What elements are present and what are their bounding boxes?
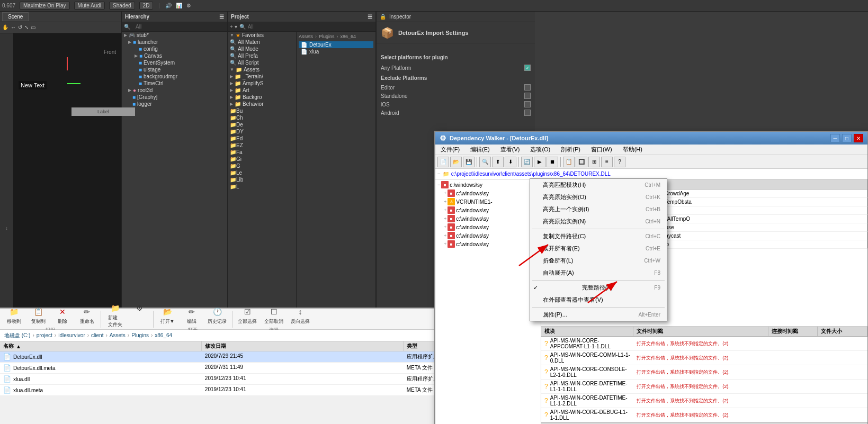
menu-help[interactable]: 帮助(H) [620, 145, 646, 155]
hierarchy-item-stub[interactable]: ▶ 🎮 stub* [122, 32, 227, 39]
path-idlesurvivor[interactable]: idlesurvivor [58, 332, 85, 338]
dw-tb-btn10[interactable]: ⊞ [588, 157, 600, 167]
project-search-input[interactable] [248, 24, 373, 30]
project-ez[interactable]: 📁 EZ [228, 142, 296, 149]
dw-tree-item-7[interactable]: + ■ c:\windows\sy [436, 240, 540, 248]
maximize-on-play-btn[interactable]: Maximize On Play [20, 2, 70, 10]
project-fa[interactable]: 📁 Fa [228, 149, 296, 156]
move-tool-icon[interactable]: ↔ [11, 24, 16, 30]
dw-tree-item-2[interactable]: + ⚠ VCRUNTIME1- [436, 197, 540, 206]
properties-btn[interactable]: ⚙ 重命名 [128, 301, 151, 329]
dw-tb-btn9[interactable]: 🔲 [576, 157, 587, 167]
ctx-highlight-original[interactable]: 高亮原始实例(O) Ctrl+K [530, 191, 667, 203]
tab-scene[interactable]: Scene [2, 12, 29, 21]
path-project[interactable]: project [37, 332, 52, 338]
menu-window[interactable]: 窗口(W) [588, 145, 615, 155]
ctx-view-external[interactable]: 在外部查看器中查看(V) [530, 294, 667, 306]
android-checkbox[interactable] [524, 110, 531, 116]
move-to-btn[interactable]: 📁 移动到 [2, 305, 25, 326]
project-gi[interactable]: 📁 Gi [228, 156, 296, 163]
project-backgro[interactable]: ▶ 📁 Backgro [228, 94, 296, 101]
col-date[interactable]: 修改日期 [202, 341, 404, 351]
project-g[interactable]: 📁 G [228, 163, 296, 169]
hierarchy-item-graphy[interactable]: ■ [Graphy] [122, 94, 227, 101]
dw-open-btn[interactable]: 📂 [450, 157, 462, 167]
project-all-scripts[interactable]: 🔍 All Script [228, 59, 296, 66]
open-btn[interactable]: 📂 打开▼ [156, 305, 179, 326]
dw-tree-item-4[interactable]: + ■ c:\windows\sy [436, 214, 540, 223]
menu-edit[interactable]: 编辑(E) [467, 145, 493, 155]
bottom-col-lt[interactable]: 连接时间戳 [768, 327, 818, 336]
new-folder-btn[interactable]: 📁 新建 文件夹 [103, 301, 127, 329]
mute-audio-btn[interactable]: Mute Audi [74, 2, 105, 10]
hierarchy-item-config[interactable]: ■ config [122, 46, 227, 52]
ctx-highlight-prev[interactable]: 高亮上一个实例(I) Ctrl+B [530, 203, 667, 215]
menu-profile[interactable]: 剖析(P) [558, 145, 584, 155]
bottom-col-ft[interactable]: 文件时间戳 [633, 327, 768, 336]
project-ed[interactable]: 📁 Ed [228, 135, 296, 142]
menu-options[interactable]: 选项(O) [527, 145, 553, 155]
shaded-btn[interactable]: Shaded [109, 2, 135, 10]
bottom-col-fs[interactable]: 文件大小 [818, 327, 867, 336]
hierarchy-item-eventsystem[interactable]: ■ EventSystem [122, 59, 227, 66]
scale-tool-icon[interactable]: ⤡ [24, 24, 29, 30]
rect-tool-icon[interactable]: ▭ [31, 24, 35, 30]
project-all-models[interactable]: 🔍 All Mode [228, 46, 296, 52]
dw-tb-btn11[interactable]: ≡ [601, 157, 613, 167]
project-bu[interactable]: 📁 Bu [228, 107, 296, 114]
hand-tool-icon[interactable]: ✋ [2, 24, 8, 30]
hierarchy-search-input[interactable] [132, 22, 225, 32]
col-name[interactable]: 名称 ▲ [0, 341, 202, 351]
hierarchy-item-timectrl[interactable]: ■ TimeCtrl [122, 80, 227, 87]
project-all-materials[interactable]: 🔍 All Materi [228, 39, 296, 46]
ctx-full-path[interactable]: ✓ 完整路径(F) F9 [530, 282, 667, 294]
path-drive[interactable]: 地磁盘 (C:) [4, 332, 30, 339]
ctx-expand-owner[interactable]: 展开所有者(E) Ctrl+E [530, 242, 667, 255]
ctx-highlight-match[interactable]: 高亮匹配模块(H) Ctrl+M [530, 179, 667, 191]
create-btn[interactable]: + ▾ [230, 24, 237, 30]
dw-tree-item-1[interactable]: + ■ c:\windows\sy [436, 189, 540, 197]
dw-tree-item-3[interactable]: + ■ c:\windows\sy [436, 206, 540, 214]
project-all-prefabs[interactable]: 🔍 All Prefa [228, 52, 296, 59]
path-client[interactable]: client [91, 332, 103, 338]
path-assets[interactable]: Assets [110, 332, 126, 338]
hierarchy-item-root3d[interactable]: ▶ ● root3d [122, 87, 227, 94]
col-func[interactable]: 函数 [652, 179, 867, 189]
menu-view[interactable]: 查看(V) [497, 145, 523, 155]
project-terrain[interactable]: ▶ 📁 _Terrain/ [228, 73, 296, 80]
ctx-copy-path[interactable]: 复制文件路径(C) Ctrl+C [530, 230, 667, 242]
project-behavior[interactable]: ▶ 📁 Behavior [228, 101, 296, 107]
project-art[interactable]: ▶ 📁 Art [228, 87, 296, 94]
dw-new-btn[interactable]: 📄 [437, 157, 449, 167]
delete-btn[interactable]: ✕ 删除 [51, 305, 74, 326]
dw-tb-btn4[interactable]: ⬇ [505, 157, 516, 167]
dw-minimize-btn[interactable]: ─ [830, 134, 840, 142]
project-ch[interactable]: 📁 Ch [228, 114, 296, 121]
dw-tb-btn2[interactable]: 🔍 [479, 157, 491, 167]
ctx-highlight-next[interactable]: 高亮原始实例(N) Ctrl+N [530, 215, 667, 228]
2d-btn[interactable]: 2D [139, 2, 154, 10]
breadcrumb-x86[interactable]: x86_64 [341, 34, 356, 39]
breadcrumb-plugins[interactable]: Plugins [319, 34, 335, 39]
dw-tb-btn3[interactable]: ⬆ [492, 157, 504, 167]
copy-to-btn[interactable]: 📋 复制到 [26, 305, 50, 326]
project-le[interactable]: 📁 Le [228, 169, 296, 176]
ctx-properties[interactable]: 属性(P)... Alt+Enter [530, 309, 667, 321]
project-amplify[interactable]: ▶ 📁 AmplifyS [228, 80, 296, 87]
select-all-btn[interactable]: ☑ 全部选择 [235, 305, 260, 326]
dw-tree-item-6[interactable]: + ■ c:\windows\sy [436, 231, 540, 240]
dw-tb-btn12[interactable]: ? [614, 157, 625, 167]
project-detourex-file[interactable]: 📄 DetourEx [299, 41, 373, 48]
hierarchy-item-logger[interactable]: ■ logger [122, 101, 227, 107]
hierarchy-item-canvas[interactable]: ▶ ■ Canvas [122, 52, 227, 59]
path-x86[interactable]: x86_64 [155, 332, 172, 338]
project-de[interactable]: 📁 De [228, 121, 296, 128]
rename-btn[interactable]: ✏ 重命名 [75, 305, 99, 326]
project-lib[interactable]: 📁 Lib [228, 176, 296, 183]
project-assets-header[interactable]: ▼ 📁 Assets [228, 66, 296, 73]
dw-maximize-btn[interactable]: □ [842, 134, 852, 142]
dw-tb-btn7[interactable]: ⏹ [547, 157, 558, 167]
hierarchy-item-uistage[interactable]: ■ uistage [122, 66, 227, 73]
hierarchy-item-launcher[interactable]: ▶ ■ launcher [122, 39, 227, 46]
history-btn[interactable]: 🕐 历史记录 [204, 305, 230, 326]
